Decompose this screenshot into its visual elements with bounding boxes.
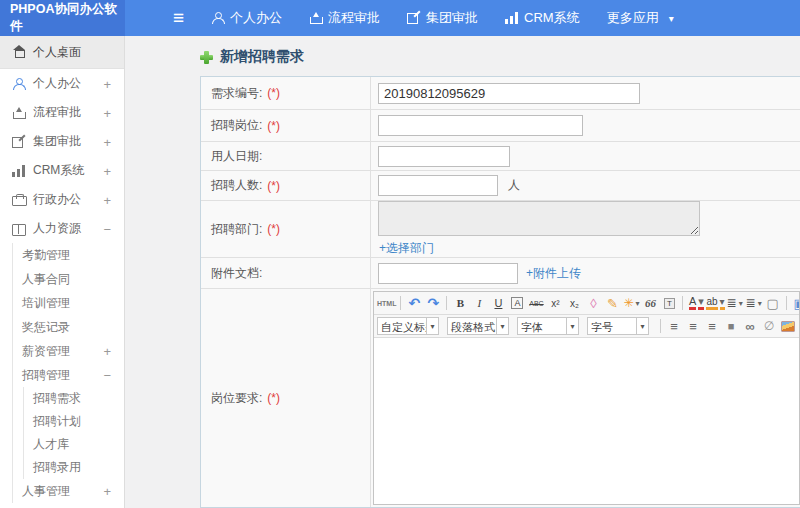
demand-no-input[interactable] (378, 83, 640, 104)
sidebar-item-workflow-approval[interactable]: 流程审批 + (0, 98, 124, 127)
underline-button[interactable]: U (489, 294, 507, 313)
expand-icon[interactable]: + (103, 192, 111, 207)
sidebar: 个人桌面 个人办公 + 流程审批 + 集团审批 + CRM系统 + 行政办公 + (0, 36, 125, 508)
sidebar-item-talent-pool[interactable]: 人才库 (24, 433, 124, 456)
align-justify-button[interactable]: ■ (722, 317, 740, 336)
ordered-list-button[interactable]: ≣▾ (726, 294, 744, 313)
sidebar-item-label: 个人办公 (33, 75, 81, 92)
required-mark: (*) (267, 222, 280, 236)
format-painter-button[interactable]: ✎ (603, 294, 621, 313)
expand-icon[interactable]: + (103, 484, 111, 499)
sidebar-item-recruit-plan[interactable]: 招聘计划 (24, 410, 124, 433)
sidebar-item-label: 集团审批 (33, 133, 81, 150)
sidebar-item-label: 流程审批 (33, 104, 81, 121)
sidebar-item-training[interactable]: 培训管理 (13, 291, 124, 315)
redo-button[interactable]: ↷ (424, 294, 442, 313)
link-button[interactable]: ∞ (741, 317, 759, 336)
field-label: 用人日期: (201, 142, 371, 170)
required-mark: (*) (267, 179, 280, 193)
sidebar-item-recruit-demand[interactable]: 招聘需求 (24, 387, 124, 410)
sidebar-item-attendance[interactable]: 考勤管理 (13, 243, 124, 267)
sidebar-item-personnel[interactable]: 人事管理 + (13, 479, 124, 503)
nav-workflow-approval[interactable]: 流程审批 (309, 9, 380, 27)
sidebar-item-admin-office[interactable]: 行政办公 + (0, 185, 124, 214)
toolbar-separator (660, 319, 661, 333)
expand-icon[interactable]: + (103, 76, 111, 91)
form-row-attachment: 附件文档: +附件上传 (201, 258, 800, 289)
eraser-button[interactable]: ◊ (584, 294, 602, 313)
hire-date-input[interactable] (378, 146, 510, 167)
unordered-list-button[interactable]: ≣▾ (745, 294, 763, 313)
bold-button[interactable]: B (451, 294, 469, 313)
form-row-date: 用人日期: (201, 142, 800, 171)
sidebar-item-crm[interactable]: CRM系统 + (0, 156, 124, 185)
more-button[interactable]: ▣ (791, 294, 799, 313)
sidebar-item-label: 人力资源 (33, 220, 81, 237)
sidebar-item-label: 人事管理 (22, 483, 70, 500)
expand-icon[interactable]: + (103, 163, 111, 178)
unlink-button[interactable]: ∅ (760, 317, 778, 336)
sidebar-item-desktop[interactable]: 个人桌面 (0, 36, 124, 69)
sidebar-item-hr-contract[interactable]: 人事合同 (13, 267, 124, 291)
required-mark: (*) (267, 391, 280, 405)
sidebar-item-personal-office[interactable]: 个人办公 + (0, 69, 124, 98)
paragraph-format-select[interactable]: 段落格式 ▾ (447, 317, 509, 335)
expand-icon[interactable]: + (103, 134, 111, 149)
nav-personal-office[interactable]: 个人办公 (211, 9, 282, 27)
bar-chart-icon (505, 12, 518, 24)
superscript-button[interactable]: x² (546, 294, 564, 313)
border-text-button[interactable]: A (508, 294, 526, 313)
subscript-button[interactable]: x₂ (565, 294, 583, 313)
user-icon (211, 12, 224, 24)
collapse-icon[interactable]: − (103, 368, 111, 383)
html-source-button[interactable]: HTML (377, 294, 396, 313)
position-input[interactable] (378, 115, 583, 136)
custom-title-select[interactable]: 自定义标题 ▾ (377, 317, 439, 335)
headcount-input[interactable] (378, 175, 498, 196)
editor-content[interactable] (374, 338, 799, 504)
font-family-select[interactable]: 字体 ▾ (517, 317, 579, 335)
paste-text-button[interactable]: T (660, 294, 678, 313)
attachment-input[interactable] (378, 263, 518, 284)
border-text-glyph: A (511, 297, 523, 309)
nav-group-approval[interactable]: 集团审批 (407, 9, 478, 27)
field-label: 招聘人数: (*) (201, 171, 371, 200)
caret-down-icon: ▾ (427, 317, 439, 335)
field-label-text: 需求编号: (211, 85, 262, 102)
sidebar-item-recruitment[interactable]: 招聘管理 − (13, 363, 124, 387)
undo-button[interactable]: ↶ (405, 294, 423, 313)
nav-crm[interactable]: CRM系统 (505, 9, 580, 27)
sidebar-item-salary[interactable]: 薪资管理 + (13, 339, 124, 363)
expand-icon[interactable]: + (103, 344, 111, 359)
sidebar-item-hr[interactable]: 人力资源 − (0, 214, 124, 243)
auto-typeset-button[interactable]: ✳▾ (622, 294, 640, 313)
upload-attachment-link[interactable]: +附件上传 (526, 265, 581, 282)
align-center-button[interactable]: ≡ (684, 317, 702, 336)
department-textarea[interactable] (378, 201, 700, 236)
blockquote-button[interactable]: 66 (641, 294, 659, 313)
image-button[interactable] (779, 317, 797, 336)
align-right-button[interactable]: ≡ (703, 317, 721, 336)
font-color-button[interactable]: A▾ (687, 294, 705, 313)
blank-page-button[interactable]: ▢ (764, 294, 782, 313)
toolbar-separator (786, 296, 787, 310)
app-logo[interactable]: PHPOA协同办公软件 (0, 0, 125, 36)
sidebar-item-reward-punish[interactable]: 奖惩记录 (13, 315, 124, 339)
snapshot-button[interactable] (798, 317, 799, 336)
collapse-icon[interactable]: − (103, 221, 111, 236)
page-title-text: 新增招聘需求 (220, 48, 304, 66)
nav-more-apps[interactable]: 更多应用 ▾ (607, 9, 674, 27)
sidebar-item-label: 招聘管理 (22, 367, 70, 384)
strikethrough-button[interactable]: ABC (527, 294, 545, 313)
hamburger-icon[interactable]: ≡ (173, 0, 184, 36)
italic-button[interactable]: I (470, 294, 488, 313)
toolbar-separator (682, 296, 683, 310)
sidebar-item-group-approval[interactable]: 集团审批 + (0, 127, 124, 156)
font-size-select[interactable]: 字号 ▾ (587, 317, 649, 335)
select-department-link[interactable]: +选择部门 (379, 240, 434, 257)
expand-icon[interactable]: + (103, 105, 111, 120)
form-row-department: 招聘部门: (*) +选择部门 (201, 201, 800, 258)
align-left-button[interactable]: ≡ (665, 317, 683, 336)
highlight-color-button[interactable]: ab▾ (706, 294, 724, 313)
sidebar-item-recruit-hire[interactable]: 招聘录用 (24, 456, 124, 479)
